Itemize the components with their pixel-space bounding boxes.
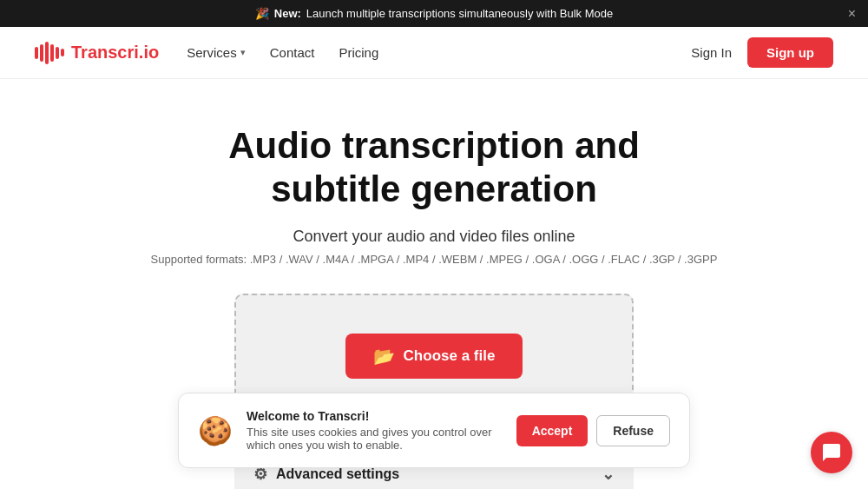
chat-button[interactable]	[811, 432, 852, 473]
logo-link[interactable]: Transcri.io	[35, 42, 159, 64]
cookie-title: Welcome to Transcri!	[247, 409, 503, 423]
announcement-close-button[interactable]: ×	[848, 7, 856, 21]
cookie-accept-button[interactable]: Accept	[516, 415, 589, 446]
nav-links: Services ▾ Contact Pricing	[187, 45, 691, 60]
hero-title: Audio transcription and subtitle generat…	[35, 124, 833, 212]
announcement-bar: 🎉 New: Launch multiple transcriptions si…	[0, 0, 868, 27]
announcement-bold: New:	[274, 7, 301, 20]
hero-subtitle: Convert your audio and video files onlin…	[35, 228, 833, 246]
choose-file-button[interactable]: 📂 Choose a file	[345, 334, 523, 379]
logo-icon	[35, 42, 64, 64]
cookie-banner: 🍪 Welcome to Transcri! This site uses co…	[178, 393, 690, 468]
signin-button[interactable]: Sign In	[691, 45, 732, 60]
cookie-buttons: Accept Refuse	[516, 415, 670, 446]
hero-formats: Supported formats: .MP3 / .WAV / .M4A / …	[35, 253, 833, 266]
nav-contact-link[interactable]: Contact	[270, 45, 315, 60]
navbar: Transcri.io Services ▾ Contact Pricing S…	[0, 27, 868, 79]
signup-button[interactable]: Sign up	[747, 37, 833, 68]
logo-text: Transcri.io	[71, 43, 159, 63]
cookie-description: This site uses cookies and gives you con…	[247, 426, 503, 452]
announcement-emoji: 🎉	[255, 7, 269, 20]
chat-icon	[821, 442, 842, 463]
chevron-down-icon: ▾	[240, 47, 246, 58]
nav-auth: Sign In Sign up	[691, 37, 833, 68]
nav-services-link[interactable]: Services ▾	[187, 45, 246, 60]
nav-pricing-link[interactable]: Pricing	[339, 45, 378, 60]
cookie-icon: 🍪	[198, 414, 233, 447]
cookie-refuse-button[interactable]: Refuse	[596, 415, 670, 446]
cookie-text: Welcome to Transcri! This site uses cook…	[247, 409, 503, 452]
folder-icon: 📂	[373, 346, 395, 367]
announcement-text: Launch multiple transcriptions simultane…	[306, 7, 613, 20]
